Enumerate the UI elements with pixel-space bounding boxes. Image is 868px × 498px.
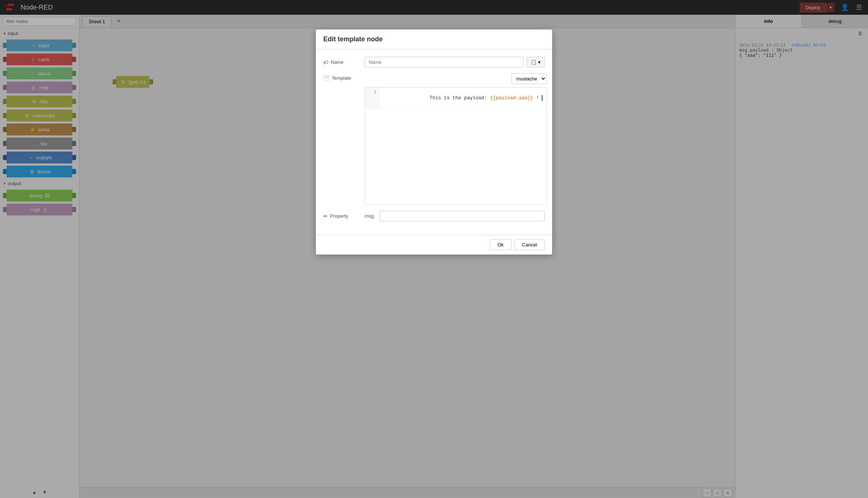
name-input[interactable] [365,57,524,68]
modal-footer: Ok Cancel [316,235,552,255]
ok-button[interactable]: Ok [490,239,512,250]
property-prefix: msg. [365,213,375,219]
template-icon: 📄 [323,75,330,81]
property-icon: ✏ [323,213,328,219]
name-input-wrap [365,57,524,68]
name-label-text: Name [331,59,344,65]
name-input-row: 📋 ▾ [365,57,545,68]
cancel-button[interactable]: Cancel [514,239,545,250]
name-btn-arrow: ▾ [538,59,541,65]
code-template-var: {{payload.aaa}} [490,95,533,101]
template-label: 📄 Template [323,73,360,81]
tag-icon: 🏷 [323,59,328,65]
cursor [539,95,542,101]
code-text-after: ! [533,95,539,101]
modal-overlay: Edit template node 🏷 Name 📋 ▾ [0,0,868,498]
modal-title: Edit template node [323,35,383,43]
property-row: ✏ Property msg. payload [323,211,545,221]
modal-body: 🏷 Name 📋 ▾ 📄 Template [316,49,552,235]
property-label-text: Property [330,213,348,219]
template-editor-wrap: mustache none 1 This is the payload: {{p… [365,73,547,205]
name-extra-button[interactable]: 📋 ▾ [527,57,545,68]
line-number: 1 [365,87,380,108]
template-row: 📄 Template mustache none 1 [323,73,545,205]
clipboard-icon: 📋 [531,59,537,65]
code-line-1: 1 This is the payload: {{payload.aaa}} ! [365,87,546,108]
edit-template-modal: Edit template node 🏷 Name 📋 ▾ [316,30,552,255]
code-editor[interactable]: 1 This is the payload: {{payload.aaa}} ! [365,87,547,205]
property-input[interactable]: payload [379,211,545,221]
template-format-select[interactable]: mustache none [512,73,547,84]
code-text-before: This is the payload: [430,95,490,101]
line-content: This is the payload: {{payload.aaa}} ! [380,87,546,108]
template-label-text: Template [332,75,351,81]
code-empty-area[interactable] [365,108,546,204]
name-row: 🏷 Name 📋 ▾ [323,57,545,68]
modal-header: Edit template node [316,30,552,49]
property-label: ✏ Property [323,213,360,219]
name-label: 🏷 Name [323,59,360,65]
